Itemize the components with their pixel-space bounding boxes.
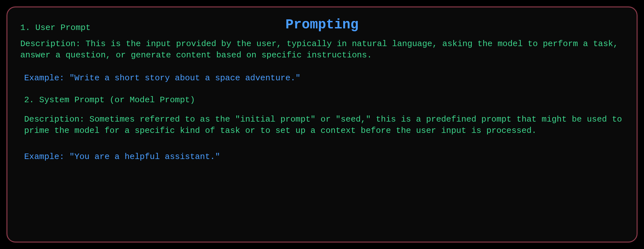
section-2-example: Example: "You are a helpful assistant." — [24, 152, 624, 162]
prompting-card: Prompting 1. User Prompt Description: Th… — [6, 6, 638, 243]
section-1-example: Example: "Write a short story about a sp… — [24, 73, 624, 83]
section-2-description: Description: Sometimes referred to as th… — [24, 114, 624, 136]
section-2-heading: 2. System Prompt (or Model Prompt) — [24, 95, 624, 105]
section-1-description: Description: This is the input provided … — [20, 38, 624, 61]
